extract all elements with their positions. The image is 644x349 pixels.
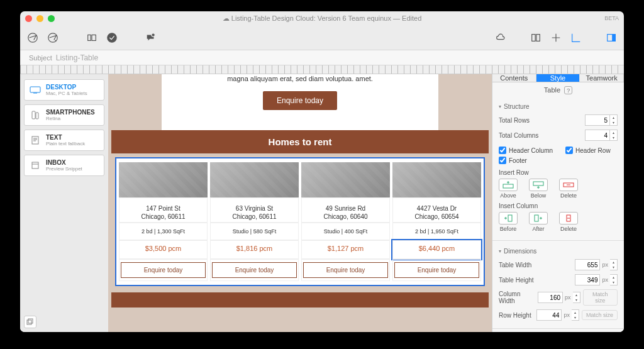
svg-rect-16 — [28, 319, 33, 323]
send-icon[interactable] — [26, 31, 39, 44]
column-width-input[interactable] — [538, 292, 563, 303]
svg-point-5 — [152, 33, 155, 36]
insert-col-before-button[interactable]: Before — [499, 212, 518, 232]
listing-image[interactable] — [119, 162, 208, 197]
enquire-button[interactable]: Enquire today — [121, 262, 206, 278]
inspector-panel: Contents Style Teamwork Table? Structure… — [492, 74, 624, 332]
listing-table[interactable]: 147 Point StChicago, 60611 63 Virginia S… — [115, 157, 485, 286]
enquire-button[interactable]: Enquire today — [303, 262, 388, 278]
email-content: magna aliquyam erat, sed diam voluptua. … — [162, 74, 438, 130]
titlebar: ☁ Listing-Table Design Cloud: Version 6 … — [20, 11, 624, 25]
delete-col-button[interactable]: Delete — [559, 212, 578, 232]
listing-spec[interactable]: Studio | 580 SqFt — [210, 223, 299, 240]
minimize-window-button[interactable] — [36, 15, 43, 22]
lorem-text: magna aliquyam erat, sed diam voluptua. … — [162, 74, 438, 91]
tab-style[interactable]: Style — [536, 74, 580, 82]
listing-image[interactable] — [210, 162, 299, 197]
footer-checkbox[interactable] — [499, 157, 506, 164]
insert-row-above-button[interactable]: Above — [499, 179, 518, 199]
svg-rect-15 — [27, 320, 31, 324]
section-structure[interactable]: Structure — [499, 101, 618, 113]
add-section-icon[interactable] — [550, 31, 562, 44]
listing-address[interactable]: 4427 Vesta DrChicago, 60654 — [392, 197, 481, 223]
layers-button[interactable] — [24, 316, 36, 328]
listing-price[interactable]: $1,127 pcm — [301, 240, 390, 259]
desktop-icon — [30, 86, 41, 94]
table-height-input[interactable] — [575, 274, 600, 285]
section-title-next[interactable] — [111, 292, 489, 307]
header-row-checkbox[interactable] — [565, 147, 573, 154]
enquire-button[interactable]: Enquire today — [394, 262, 479, 278]
svg-rect-21 — [535, 215, 538, 221]
beta-badge: BETA — [604, 15, 619, 21]
header-column-checkbox[interactable] — [499, 147, 506, 154]
svg-rect-12 — [36, 113, 38, 119]
subject-row[interactable]: Subject Listing-Table — [20, 50, 624, 65]
canvas-area[interactable]: magna aliquyam erat, sed diam voluptua. … — [108, 74, 492, 332]
match-col-button[interactable]: Match size — [583, 289, 618, 306]
send-later-icon[interactable] — [47, 31, 59, 44]
listing-price[interactable]: $1,816 pcm — [210, 240, 299, 259]
svg-rect-3 — [92, 35, 96, 40]
app-window: ☁ Listing-Table Design Cloud: Version 6 … — [20, 11, 624, 332]
svg-rect-6 — [532, 34, 535, 41]
listing-image[interactable] — [301, 162, 390, 197]
cloud-icon[interactable] — [494, 31, 507, 44]
inspector-toggle-icon[interactable] — [605, 31, 618, 44]
delete-row-button[interactable]: Delete — [559, 179, 578, 199]
svg-rect-14 — [32, 162, 38, 169]
svg-rect-2 — [88, 35, 91, 40]
total-rows-stepper[interactable]: ▴▾ — [610, 114, 618, 126]
row-height-input[interactable] — [536, 309, 562, 321]
enquire-main-button[interactable]: Enquire today — [263, 91, 337, 110]
inbox-icon — [30, 161, 41, 170]
svg-point-4 — [108, 33, 116, 42]
window-title: ☁ Listing-Table Design Cloud: Version 6 … — [20, 14, 624, 23]
listing-price[interactable]: $3,500 pcm — [119, 240, 208, 259]
insert-col-after-button[interactable]: After — [529, 212, 548, 232]
table-width-input[interactable] — [575, 259, 600, 270]
device-desktop[interactable]: DESKTOPMac, PC & Tablets — [24, 79, 104, 101]
listing-address[interactable]: 63 Virginia StChicago, 60611 — [210, 197, 299, 223]
svg-rect-10 — [30, 87, 40, 92]
check-icon[interactable] — [106, 31, 118, 44]
svg-rect-18 — [533, 182, 543, 186]
section-dimensions[interactable]: Dimensions — [499, 245, 618, 257]
tab-teamwork[interactable]: Teamwork — [580, 74, 624, 82]
zoom-window-button[interactable] — [48, 15, 55, 22]
tab-contents[interactable]: Contents — [492, 74, 536, 82]
total-rows-input[interactable] — [585, 114, 610, 126]
match-row-button[interactable]: Match size — [582, 310, 618, 320]
listing-price-selected[interactable]: $6,440 pcm — [392, 240, 481, 259]
listing-address[interactable]: 49 Sunrise RdChicago, 60640 — [301, 197, 390, 223]
subject-label: Subject — [29, 54, 52, 62]
inspector-title: Table? — [492, 82, 624, 98]
listing-spec[interactable]: Studio | 400 SqFt — [301, 223, 390, 240]
device-inbox[interactable]: INBOXPreview Snippet — [24, 155, 104, 176]
help-icon[interactable]: ? — [564, 86, 572, 94]
total-cols-stepper[interactable]: ▴▾ — [610, 130, 618, 141]
listing-address[interactable]: 147 Point StChicago, 60611 — [119, 197, 208, 223]
listing-spec[interactable]: 2 bd | 1,950 SqFt — [392, 223, 481, 240]
horizontal-ruler — [20, 65, 624, 74]
svg-rect-9 — [613, 34, 616, 41]
enquire-button[interactable]: Enquire today — [212, 262, 297, 278]
svg-rect-11 — [32, 111, 35, 119]
listing-spec[interactable]: 2 bd | 1,300 SqFt — [119, 223, 208, 240]
bounds-icon[interactable] — [570, 31, 582, 44]
chat-icon[interactable] — [145, 31, 157, 44]
device-smartphones[interactable]: SMARTPHONESRetina — [24, 104, 104, 126]
device-text[interactable]: TEXTPlain text fallback — [24, 130, 104, 151]
device-sidebar: DESKTOPMac, PC & Tablets SMARTPHONESReti… — [20, 74, 108, 332]
close-window-button[interactable] — [25, 15, 32, 22]
section-title-rent[interactable]: Homes to rent — [111, 130, 489, 153]
toolbar — [20, 25, 624, 50]
insert-row-below-button[interactable]: Below — [529, 179, 548, 199]
layout-icon[interactable] — [86, 31, 98, 44]
listing-image[interactable] — [392, 162, 481, 197]
svg-rect-7 — [536, 34, 540, 41]
phone-icon — [30, 111, 41, 119]
svg-rect-20 — [508, 215, 512, 221]
total-cols-input[interactable] — [585, 130, 610, 141]
align-icon[interactable] — [530, 31, 542, 44]
